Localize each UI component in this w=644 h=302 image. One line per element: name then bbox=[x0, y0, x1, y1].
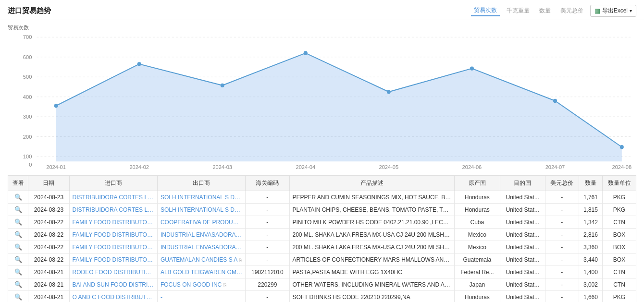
col-origin: 原产国 bbox=[455, 176, 500, 191]
table-row: 🔍 2024-08-21 BAI AND SUN FOOD DISTRIBUTI… bbox=[8, 278, 636, 291]
cell-usd: - bbox=[545, 204, 579, 216]
cell-importer[interactable]: O AND C FOOD DISTRIBUTOR LLC ⎘ bbox=[69, 291, 157, 302]
cell-importer[interactable]: FAMILY FOOD DISTRIBUTOR ⎘ bbox=[69, 241, 157, 254]
cell-date: 2024-08-21 bbox=[28, 291, 69, 302]
trend-chart: 700 600 500 400 300 200 100 0 2024-01 20… bbox=[8, 32, 636, 171]
cell-origin: Honduras bbox=[455, 191, 500, 204]
svg-text:2024-08: 2024-08 bbox=[612, 164, 632, 170]
cell-exporter[interactable]: ALB GOLD TEIGWAREN GMBH ⎘ bbox=[157, 266, 245, 278]
cell-exporter[interactable]: GUATEMALAN CANDIES S A ⎘ bbox=[157, 254, 245, 266]
cell-usd: - bbox=[545, 278, 579, 291]
cell-usd: - bbox=[545, 241, 579, 254]
col-quantity: 数量 bbox=[579, 176, 602, 191]
excel-icon: ▦ bbox=[594, 7, 600, 14]
export-excel-button[interactable]: ▦ 导出Excel ▾ bbox=[590, 5, 636, 17]
cell-exporter[interactable]: COOPERATIVA DE PRODUCTORES DE... ⎘ bbox=[157, 216, 245, 229]
header-controls: 贸易次数 千克重量 数量 美元总价 ▦ 导出Excel ▾ bbox=[471, 5, 636, 17]
cell-exporter[interactable]: INDUSTRIAL ENVASADORA DE LACT... ⎘ bbox=[157, 229, 245, 241]
cell-usd: - bbox=[545, 216, 579, 229]
table-row: 🔍 2024-08-22 FAMILY FOOD DISTRIBUTOR ⎘ I… bbox=[8, 229, 636, 241]
tab-trade-count[interactable]: 贸易次数 bbox=[471, 5, 500, 16]
cell-importer[interactable]: DISTRIBUIDORA CORTES LLC ⎘ bbox=[69, 204, 157, 216]
cell-exporter[interactable]: INDUSTRIAL ENVASADORA DE LACT... ⎘ bbox=[157, 241, 245, 254]
table-row: 🔍 2024-08-23 DISTRIBUIDORA CORTES LLC ⎘ … bbox=[8, 191, 636, 204]
search-icon-cell[interactable]: 🔍 bbox=[8, 229, 28, 241]
cell-description: PLANTAIN CHIPS, CHEESE, BEANS, TOMATO PA… bbox=[289, 204, 455, 216]
cell-exporter[interactable]: FOCUS ON GOOD INC ⎘ bbox=[157, 278, 245, 291]
cell-quantity: 3,440 bbox=[579, 254, 602, 266]
table-row: 🔍 2024-08-21 RODEO FOOD DISTRIBUTION INC… bbox=[8, 266, 636, 278]
cell-description: 200 ML. SHAKA LAKA FRESA MX-USA CJ 24U 2… bbox=[289, 241, 455, 254]
cell-destination: United Stat... bbox=[500, 278, 545, 291]
search-icon-cell[interactable]: 🔍 bbox=[8, 291, 28, 302]
svg-text:400: 400 bbox=[23, 94, 32, 100]
cell-origin: Guatemala bbox=[455, 254, 500, 266]
svg-text:100: 100 bbox=[23, 154, 32, 159]
cell-unit: BOX bbox=[603, 254, 636, 266]
search-icon-cell[interactable]: 🔍 bbox=[8, 254, 28, 266]
tab-usd-total[interactable]: 美元总价 bbox=[557, 6, 586, 16]
table-row: 🔍 2024-08-23 DISTRIBUIDORA CORTES LLC ⎘ … bbox=[8, 204, 636, 216]
cell-importer[interactable]: BAI AND SUN FOOD DISTRIBUTION I... ⎘ bbox=[69, 278, 157, 291]
cell-unit: PKG bbox=[603, 191, 636, 204]
cell-usd: - bbox=[545, 191, 579, 204]
cell-exporter[interactable]: - bbox=[157, 291, 245, 302]
cell-quantity: 3,002 bbox=[579, 278, 602, 291]
cell-date: 2024-08-22 bbox=[28, 254, 69, 266]
cell-unit: BOX bbox=[603, 241, 636, 254]
chart-section: 贸易次数 700 600 500 400 300 200 100 0 2024-… bbox=[0, 20, 644, 175]
search-icon-cell[interactable]: 🔍 bbox=[8, 266, 28, 278]
trade-table: 查看 日期 进口商 出口商 海关编码 产品描述 原产国 目的国 美元总价 数量 … bbox=[8, 175, 636, 302]
cell-unit: CTN bbox=[603, 216, 636, 229]
cell-usd: - bbox=[545, 266, 579, 278]
cell-hs-code: - bbox=[246, 191, 289, 204]
cell-destination: United Stat... bbox=[500, 291, 545, 302]
cell-hs-code: - bbox=[246, 229, 289, 241]
table-header-row: 查看 日期 进口商 出口商 海关编码 产品描述 原产国 目的国 美元总价 数量 … bbox=[8, 176, 636, 191]
cell-importer[interactable]: DISTRIBUIDORA CORTES LLC ⎘ bbox=[69, 191, 157, 204]
svg-text:2024-06: 2024-06 bbox=[462, 164, 482, 170]
cell-quantity: 1,660 bbox=[579, 291, 602, 302]
cell-hs-code: - bbox=[246, 241, 289, 254]
cell-quantity: 1,400 bbox=[579, 266, 602, 278]
cell-importer[interactable]: FAMILY FOOD DISTRIBUTOR ⎘ bbox=[69, 254, 157, 266]
cell-unit: PKG bbox=[603, 204, 636, 216]
cell-quantity: 1,815 bbox=[579, 204, 602, 216]
svg-point-25 bbox=[137, 62, 141, 66]
cell-importer[interactable]: FAMILY FOOD DISTRIBUTOR ⎘ bbox=[69, 216, 157, 229]
cell-destination: United Stat... bbox=[500, 204, 545, 216]
cell-exporter[interactable]: SOLH INTERNATIONAL S DE R L DE C... ⎘ bbox=[157, 204, 245, 216]
search-icon-cell[interactable]: 🔍 bbox=[8, 278, 28, 291]
cell-hs-code: - bbox=[246, 291, 289, 302]
search-icon-cell[interactable]: 🔍 bbox=[8, 204, 28, 216]
cell-date: 2024-08-21 bbox=[28, 266, 69, 278]
col-view: 查看 bbox=[8, 176, 28, 191]
cell-unit: CTN bbox=[603, 278, 636, 291]
tab-quantity[interactable]: 数量 bbox=[536, 6, 554, 16]
search-icon-cell[interactable]: 🔍 bbox=[8, 241, 28, 254]
table-row: 🔍 2024-08-21 O AND C FOOD DISTRIBUTOR LL… bbox=[8, 291, 636, 302]
cell-importer[interactable]: FAMILY FOOD DISTRIBUTOR ⎘ bbox=[69, 229, 157, 241]
cell-exporter[interactable]: SOLH INTERNATIONAL S DE R L DE C... ⎘ bbox=[157, 191, 245, 204]
cell-origin: Honduras bbox=[455, 204, 500, 216]
svg-text:700: 700 bbox=[23, 34, 32, 40]
svg-point-29 bbox=[470, 66, 474, 70]
svg-text:2024-05: 2024-05 bbox=[379, 164, 399, 170]
cell-importer[interactable]: RODEO FOOD DISTRIBUTION INC ⎘ bbox=[69, 266, 157, 278]
search-icon-cell[interactable]: 🔍 bbox=[8, 191, 28, 204]
table-row: 🔍 2024-08-22 FAMILY FOOD DISTRIBUTOR ⎘ G… bbox=[8, 254, 636, 266]
col-importer: 进口商 bbox=[69, 176, 157, 191]
chart-y-label: 贸易次数 bbox=[8, 24, 636, 31]
svg-text:2024-07: 2024-07 bbox=[545, 164, 565, 170]
cell-hs-code: - bbox=[246, 216, 289, 229]
cell-description: PEPPER AND CUMIN SEASONINGS MIX, HOT SAU… bbox=[289, 191, 455, 204]
cell-origin: Federal Re... bbox=[455, 266, 500, 278]
cell-description: PASTA,PASTA MADE WITH EGG 1X40HC bbox=[289, 266, 455, 278]
svg-marker-23 bbox=[56, 53, 622, 162]
tab-kg-weight[interactable]: 千克重量 bbox=[504, 6, 533, 16]
svg-point-30 bbox=[553, 99, 557, 103]
search-icon-cell[interactable]: 🔍 bbox=[8, 216, 28, 229]
cell-quantity: 3,360 bbox=[579, 241, 602, 254]
chart-container: 700 600 500 400 300 200 100 0 2024-01 20… bbox=[8, 32, 636, 171]
cell-date: 2024-08-22 bbox=[28, 229, 69, 241]
